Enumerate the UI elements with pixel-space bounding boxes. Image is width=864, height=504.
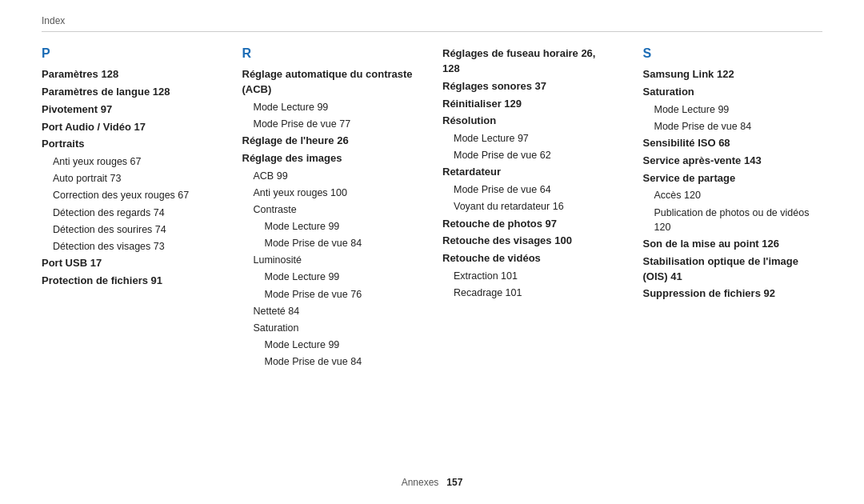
page: Index PParamètres 128Paramètres de langu… [0, 0, 864, 504]
entry-3-6: Service de partage [643, 171, 814, 186]
entry-3-3: Mode Prise de vue 84 [643, 119, 814, 134]
entry-1-7: Contraste [242, 202, 414, 217]
entry-2-1: Réglages sonores 37 [442, 79, 614, 94]
entry-3-11: Suppression de fichiers 92 [643, 286, 814, 302]
index-column-2: Réglages de fuseau horaire 26, 128Réglag… [442, 46, 622, 371]
entry-2-6: Retardateur [442, 165, 614, 180]
entry-2-9: Retouche de photos 97 [442, 217, 614, 232]
entry-0-11: Port USB 17 [42, 256, 213, 271]
entry-3-8: Publication de photos ou de vidéos 120 [643, 206, 814, 234]
entry-1-5: ACB 99 [242, 169, 414, 183]
entry-1-9: Mode Prise de vue 84 [242, 236, 414, 250]
entry-1-4: Réglage des images [242, 151, 414, 166]
entry-0-10: Détection des visages 73 [42, 239, 213, 254]
entry-3-7: Accès 120 [643, 188, 814, 202]
entry-2-2: Réinitialiser 129 [442, 97, 614, 112]
index-column-0: PParamètres 128Paramètres de langue 128P… [42, 46, 221, 371]
entry-1-16: Mode Prise de vue 84 [242, 354, 414, 369]
entry-1-12: Mode Prise de vue 76 [242, 287, 414, 302]
entry-0-6: Auto portrait 73 [42, 171, 213, 186]
entry-0-2: Pivotement 97 [42, 102, 213, 118]
section-letter-S: S [643, 46, 814, 61]
header-title: Index [42, 15, 65, 26]
entry-3-10: Stabilisation optique de l'image (OIS) 4… [643, 254, 814, 285]
entry-1-2: Mode Prise de vue 77 [242, 117, 414, 131]
entry-0-5: Anti yeux rouges 67 [42, 154, 213, 169]
entry-3-0: Samsung Link 122 [643, 67, 814, 82]
entry-3-1: Saturation [643, 85, 814, 100]
index-columns: PParamètres 128Paramètres de langue 128P… [42, 46, 822, 371]
entry-0-3: Port Audio / Vidéo 17 [42, 120, 213, 135]
entry-2-4: Mode Lecture 97 [442, 131, 614, 146]
entry-1-1: Mode Lecture 99 [242, 100, 414, 114]
entry-3-9: Son de la mise au point 126 [643, 237, 814, 252]
entry-0-12: Protection de fichiers 91 [42, 274, 213, 289]
entry-1-0: Réglage automatique du contraste (ACB) [242, 67, 414, 98]
entry-1-3: Réglage de l'heure 26 [242, 134, 414, 149]
entry-0-0: Paramètres 128 [42, 67, 213, 82]
entry-2-0: Réglages de fuseau horaire 26, 128 [442, 46, 614, 77]
entry-1-8: Mode Lecture 99 [242, 219, 414, 234]
entry-0-4: Portraits [42, 137, 213, 152]
entry-1-6: Anti yeux rouges 100 [242, 186, 414, 200]
index-column-1: RRéglage automatique du contraste (ACB)M… [242, 46, 422, 371]
entry-0-1: Paramètres de langue 128 [42, 85, 213, 100]
entry-1-11: Mode Lecture 99 [242, 270, 414, 284]
entry-1-13: Netteté 84 [242, 304, 414, 318]
index-column-3: SSamsung Link 122SaturationMode Lecture … [643, 46, 822, 371]
section-letter-P: P [42, 46, 213, 61]
entry-0-9: Détection des sourires 74 [42, 222, 213, 237]
entry-0-8: Détection des regards 74 [42, 206, 213, 220]
entry-2-12: Extraction 101 [442, 269, 614, 283]
section-letter-R: R [242, 46, 414, 61]
footer-label: Annexes [402, 477, 439, 488]
entry-2-3: Résolution [442, 114, 614, 129]
entry-1-14: Saturation [242, 321, 414, 335]
footer-page: 157 [446, 477, 462, 488]
page-header: Index [42, 14, 822, 32]
entry-3-4: Sensibilité ISO 68 [643, 136, 814, 151]
entry-1-10: Luminosité [242, 253, 414, 267]
entry-2-7: Mode Prise de vue 64 [442, 182, 614, 197]
entry-2-5: Mode Prise de vue 62 [442, 148, 614, 162]
page-footer: Annexes 157 [0, 477, 864, 488]
entry-3-5: Service après-vente 143 [643, 154, 814, 169]
entry-2-11: Retouche de vidéos [442, 251, 614, 266]
entry-2-8: Voyant du retardateur 16 [442, 199, 614, 214]
entry-2-10: Retouche des visages 100 [442, 234, 614, 249]
entry-2-13: Recadrage 101 [442, 286, 614, 300]
entry-3-2: Mode Lecture 99 [643, 102, 814, 117]
entry-1-15: Mode Lecture 99 [242, 338, 414, 352]
entry-0-7: Correction des yeux rouges 67 [42, 188, 213, 202]
